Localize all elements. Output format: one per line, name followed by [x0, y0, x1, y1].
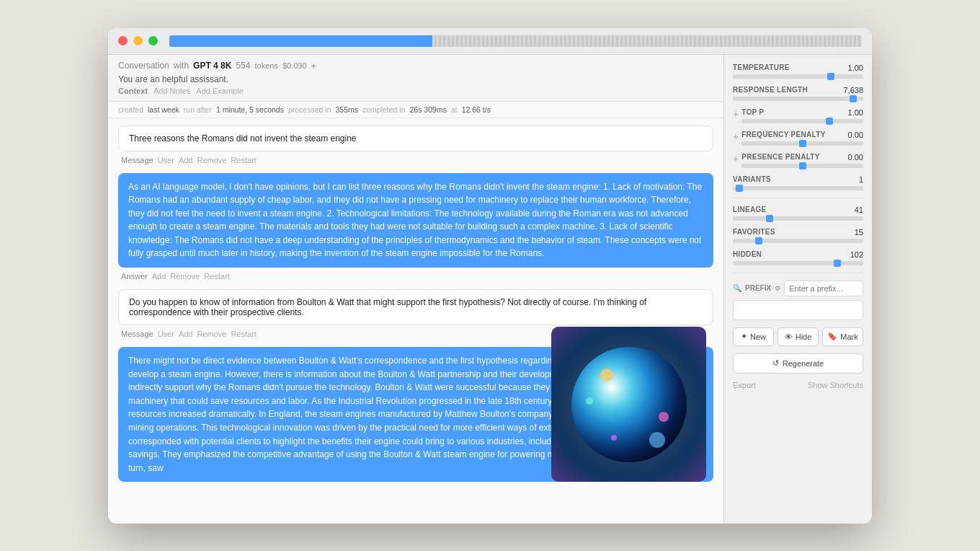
- presence-penalty-label: PRESENCE PENALTY: [741, 153, 820, 161]
- frequency-penalty-slider[interactable]: [741, 141, 863, 146]
- favorites-thumb[interactable]: [755, 237, 762, 244]
- chat-messages[interactable]: Three reasons the Romans did not invent …: [108, 118, 723, 524]
- created-label: created: [118, 105, 143, 114]
- hidden-fill: [733, 261, 863, 265]
- user-message-2: Do you happen to know of information fro…: [118, 289, 713, 325]
- meta-type-3: Message: [121, 330, 153, 338]
- msg3-restart[interactable]: Restart: [231, 330, 256, 338]
- divider-1: [733, 198, 863, 198]
- presence-penalty-thumb[interactable]: [799, 162, 806, 169]
- run-after-value: 1 minute, 5 seconds: [216, 105, 284, 114]
- presence-penalty-header: PRESENCE PENALTY 0.00: [741, 153, 863, 162]
- top-p-plus[interactable]: +: [733, 108, 739, 120]
- top-p-slider[interactable]: [741, 119, 863, 123]
- variants-thumb[interactable]: [736, 185, 743, 192]
- top-p-row: + TOP P 1.00: [733, 108, 863, 123]
- at-label: at: [451, 105, 458, 114]
- hidden-thumb[interactable]: [834, 260, 841, 267]
- response-length-value: 7,638: [843, 86, 863, 94]
- export-row: Export Show Shortcuts: [733, 381, 863, 389]
- context-row: Context Add Notes Add Example: [118, 87, 713, 95]
- new-button[interactable]: ✦ New: [733, 327, 774, 346]
- regenerate-icon: ↺: [772, 358, 779, 368]
- top-p-label: TOP P: [741, 108, 764, 116]
- completed-value: 26s 309ms: [410, 105, 447, 114]
- response-length-thumb[interactable]: [850, 95, 857, 102]
- processed-label: processed in: [288, 105, 331, 114]
- top-p-fill: [741, 119, 863, 123]
- divider-2: [733, 273, 863, 273]
- message-block-2: As an AI language model, I don't have op…: [118, 173, 713, 283]
- prefix-input[interactable]: [784, 281, 863, 296]
- variants-fill: [733, 186, 863, 190]
- user-message-text-1: Three reasons the Romans did not invent …: [129, 133, 357, 144]
- lineage-value: 41: [855, 206, 863, 214]
- close-button[interactable]: [118, 36, 128, 45]
- msg1-restart[interactable]: Restart: [231, 156, 256, 164]
- model-badge[interactable]: GPT 4 8K: [193, 61, 231, 71]
- msg1-remove[interactable]: Remove: [197, 156, 226, 164]
- variants-slider[interactable]: [733, 186, 863, 190]
- presence-penalty-plus[interactable]: +: [733, 153, 739, 164]
- temperature-slider[interactable]: [733, 74, 863, 79]
- temperature-value: 1.00: [848, 63, 863, 72]
- new-label: New: [750, 332, 766, 341]
- frequency-penalty-row: + FREQUENCY PENALTY 0.00: [733, 131, 863, 146]
- hide-button[interactable]: 👁 Hide: [778, 327, 819, 346]
- frequency-penalty-thumb[interactable]: [799, 140, 806, 147]
- completed-label: completed in: [362, 105, 406, 114]
- presence-penalty-value: 0.00: [848, 153, 863, 162]
- ans1-add[interactable]: Add: [152, 272, 166, 281]
- hidden-param: HIDDEN 102: [733, 250, 863, 265]
- top-p-thumb[interactable]: [826, 118, 833, 125]
- favorites-fill: [733, 239, 863, 243]
- add-notes-link[interactable]: Add Notes: [153, 87, 190, 95]
- msg3-add[interactable]: Add: [179, 330, 193, 338]
- mark-button[interactable]: 🔖 Mark: [822, 327, 863, 346]
- frequency-penalty-param: FREQUENCY PENALTY 0.00: [741, 131, 863, 146]
- regenerate-label: Regenerate: [783, 359, 824, 368]
- add-example-link[interactable]: Add Example: [196, 87, 243, 95]
- favorites-value: 15: [855, 228, 863, 237]
- msg3-remove[interactable]: Remove: [197, 330, 226, 338]
- ans1-remove[interactable]: Remove: [170, 272, 200, 281]
- hide-label: Hide: [796, 332, 812, 341]
- regenerate-button[interactable]: ↺ Regenerate: [733, 353, 863, 374]
- user-message-text-2: Do you happen to know of information fro…: [129, 297, 646, 317]
- chat-header: Conversation with GPT 4 8K 554 tokens $0…: [108, 55, 723, 102]
- minimize-button[interactable]: [133, 36, 143, 45]
- favorites-label: FAVORITES: [733, 228, 775, 236]
- frequency-penalty-value: 0.00: [848, 131, 863, 139]
- presence-penalty-slider[interactable]: [741, 164, 863, 168]
- titlebar: [108, 28, 872, 55]
- progress-stripes: [432, 35, 862, 47]
- ai-image-overlay: [551, 327, 706, 482]
- lineage-thumb[interactable]: [766, 215, 773, 222]
- temperature-thumb[interactable]: [827, 73, 834, 80]
- favorites-header: FAVORITES 15: [733, 228, 863, 237]
- tokens-label: tokens: [254, 61, 277, 70]
- answer-label-1: Answer: [121, 272, 148, 281]
- favorites-slider[interactable]: [733, 239, 863, 243]
- hidden-slider[interactable]: [733, 261, 863, 265]
- hidden-label: HIDDEN: [733, 250, 762, 258]
- mark-label: Mark: [840, 332, 858, 341]
- response-length-slider[interactable]: [733, 97, 863, 101]
- add-button[interactable]: +: [311, 61, 317, 71]
- answer-meta-1: Answer Add Remove Restart: [118, 270, 713, 282]
- msg1-add[interactable]: Add: [179, 156, 193, 164]
- settings-sidebar: TEMPERATURE 1.00 RESPONSE LENGTH 7,638: [724, 55, 872, 524]
- lineage-slider[interactable]: [733, 216, 863, 221]
- ans1-restart[interactable]: Restart: [204, 272, 229, 281]
- frequency-penalty-plus[interactable]: +: [733, 131, 739, 142]
- variants-param: VARIANTS 1: [733, 175, 863, 190]
- variants-header: VARIANTS 1: [733, 175, 863, 184]
- mark-icon: 🔖: [827, 332, 837, 341]
- export-link[interactable]: Export: [733, 381, 756, 389]
- maximize-button[interactable]: [148, 36, 158, 45]
- shortcuts-link[interactable]: Show Shortcuts: [808, 381, 863, 389]
- system-prompt[interactable]: You are an helpful assissant.: [118, 74, 713, 84]
- tokens-count: 554: [236, 61, 250, 71]
- presence-penalty-param: PRESENCE PENALTY 0.00: [741, 153, 863, 168]
- prefix-settings-icon: ⚙: [775, 285, 780, 292]
